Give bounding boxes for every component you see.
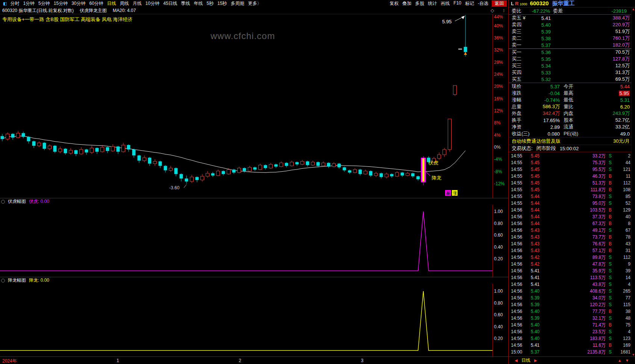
menu-item--自选[interactable]: -自选 [476, 0, 490, 7]
menu-item-更多〉[interactable]: 更多〉 [246, 0, 264, 7]
indicator-name[interactable]: 伏虎降龙主图 [80, 8, 107, 14]
period-label[interactable]: 日线 [521, 357, 530, 364]
bid-label: 买一 [512, 49, 531, 56]
stock-title: 600320 振华重工(日线.前复权.对数) [2, 8, 74, 14]
menu-item-5分钟[interactable]: 5分钟 [36, 0, 52, 7]
quote-info-grid: 现价5.37今开5.44涨跌-0.04最高5.95涨幅-0.74%最低5.31总… [509, 83, 635, 137]
menu-item-10分钟[interactable]: 10分钟 [144, 0, 161, 7]
bid-level-row[interactable]: 买三5.3412.5万 [509, 62, 635, 69]
menu-item-年线[interactable]: 年线 [192, 0, 205, 7]
menu-item-60分钟[interactable]: 60分钟 [88, 0, 105, 7]
panel-cycle-icon[interactable] [1, 279, 5, 282]
scroll-down-button[interactable]: ▼ [625, 358, 629, 362]
prev-period-button[interactable]: ◀ [515, 358, 518, 362]
app-icon[interactable]: ◧ [2, 1, 8, 6]
tick-time: 14:55 [511, 194, 526, 199]
ask-level-row[interactable]: 卖二5.38760.1万 [509, 35, 635, 42]
high-price-highlight: 5.95 [619, 91, 630, 96]
bid-volume: 12.5万 [551, 62, 630, 69]
menu-item-多周期[interactable]: 多周期 [229, 0, 246, 7]
tick-row: 14:555.4495.0万S52 [511, 200, 630, 207]
menu-item-15分钟[interactable]: 15分钟 [52, 0, 70, 7]
bid-level-row[interactable]: 买四5.3331.3万 [509, 69, 635, 76]
bid-level-row[interactable]: 买一5.3670.5万 [509, 49, 635, 56]
menu-item-日线[interactable]: 日线 [105, 0, 118, 7]
menu-item-复权[interactable]: 复权 [388, 0, 400, 7]
ask-level-row[interactable]: 卖一5.37182.0万 [509, 42, 635, 48]
more-icon[interactable]: ⁝ [502, 8, 506, 13]
percent-scale-label: 20% [494, 84, 503, 89]
tick-time: 14:56 [511, 241, 526, 246]
menu-item-叠加[interactable]: 叠加 [400, 0, 413, 7]
stock-name[interactable]: 振华重工 [552, 0, 574, 7]
menu-item-周线[interactable]: 周线 [118, 0, 131, 7]
kline-svg[interactable]: 5.95-3.60伏虎降龙暴涨 [0, 14, 493, 198]
tick-volume: 75.3万 [542, 160, 609, 166]
ask-level-row[interactable]: 卖五 ¥5.41388.4万 [509, 15, 635, 21]
scroll-up-button[interactable]: ▲ [618, 358, 621, 362]
info-label: 内盘 [560, 110, 582, 117]
tick-list[interactable]: 14:555.4533.2万S214:555.4575.3万S4414:555.… [509, 152, 635, 356]
ask-volume: 182.0万 [551, 42, 630, 48]
scrollbar-down-arrow[interactable]: ▼ [632, 353, 635, 356]
ask-level-row[interactable]: 卖四5.40220.9万 [509, 21, 635, 28]
tick-side: S [609, 255, 615, 260]
fuhu-panel-title[interactable]: 伏虎幅图 [8, 198, 26, 205]
tick-count: 121 [615, 167, 630, 172]
time-axis: 2024年 123 [0, 356, 508, 364]
info-label: PE(动) [560, 130, 582, 137]
tick-row: 14:565.4071.4万B75 [511, 322, 630, 328]
info-label: 今开 [560, 83, 582, 90]
menu-item-1分钟[interactable]: 1分钟 [21, 0, 36, 7]
menu-item-15秒[interactable]: 15秒 [215, 0, 229, 7]
menu-item-F10[interactable]: F10 [452, 0, 463, 7]
menu-item-季线[interactable]: 季线 [179, 0, 192, 7]
promo-text[interactable]: 自动续费通达信普及版 [512, 138, 561, 145]
tick-side: S [609, 153, 615, 159]
tick-row: 14:555.4473.8万S85 [511, 193, 630, 200]
tick-count: 52 [615, 201, 630, 206]
info-value: 2.89 [533, 124, 560, 130]
stock-code[interactable]: 600320 [530, 0, 549, 6]
percent-scale-label: -8% [494, 169, 502, 174]
tick-count: 108 [615, 187, 630, 192]
jianglong-panel-title[interactable]: 降龙幅图 [8, 277, 26, 284]
kline-chart[interactable]: 专用设备+一带一路 含B股 国防军工 高端装备 风电 海洋经济 www.cfch… [0, 14, 493, 198]
menu-item-45日线[interactable]: 45日线 [161, 0, 179, 7]
tick-price: 5.44 [526, 207, 542, 213]
tick-row: 14:565.4437.3万B40 [511, 213, 630, 220]
ask-level-row[interactable]: 卖三5.3951.9万 [509, 28, 635, 35]
panel-cycle-icon[interactable] [1, 200, 5, 204]
tick-price: 5.44 [526, 201, 542, 206]
percent-scale-label: 36% [494, 35, 503, 41]
bid-level-row[interactable]: 买五5.3269.5万 [509, 76, 635, 83]
quote-info-row: 净资2.89流通33.2亿 [509, 124, 635, 130]
tick-row: 14:555.4533.2万S2 [511, 153, 630, 159]
percent-scale-label: 44% [494, 14, 503, 20]
menu-item-多股[interactable]: 多股 [413, 0, 426, 7]
diamond-icon[interactable]: ◇ [489, 8, 496, 13]
menu-item-画线[interactable]: 画线 [439, 0, 452, 7]
tick-price: 5.41 [526, 282, 542, 287]
menu-item-月线[interactable]: 月线 [131, 0, 144, 7]
menu-item-5秒[interactable]: 5秒 [205, 0, 216, 7]
menu-item-标记[interactable]: 标记 [463, 0, 476, 7]
menu-item-30分钟[interactable]: 30分钟 [70, 0, 87, 7]
vertical-scrollbar[interactable]: ▲ ▼ [631, 8, 635, 356]
menu-item-统计[interactable]: 统计 [426, 0, 439, 7]
scrollbar-up-arrow[interactable]: ▲ [632, 8, 635, 11]
tick-price: 5.41 [526, 343, 542, 348]
menu-item-分时[interactable]: 分时 [8, 0, 21, 7]
info-value: 52.7亿 [582, 117, 630, 124]
tick-side: B [609, 174, 615, 179]
fuhu-indicator-svg[interactable] [0, 205, 493, 277]
jianglong-indicator-svg[interactable] [0, 284, 493, 356]
bid-level-row[interactable]: 买二5.35127.8万 [509, 56, 635, 62]
tick-row: 14:555.4575.3万S44 [511, 159, 630, 166]
ask-price: 5.40 [531, 22, 551, 28]
tick-row: 14:565.4247.8万S9 [511, 261, 630, 267]
next-period-button[interactable]: ▶ [534, 358, 537, 362]
promo-banner[interactable]: 自动续费通达信普及版 30元/月 [509, 137, 635, 145]
tick-volume: 408.6万 [542, 288, 609, 295]
back-button[interactable]: 返回 [492, 0, 507, 7]
